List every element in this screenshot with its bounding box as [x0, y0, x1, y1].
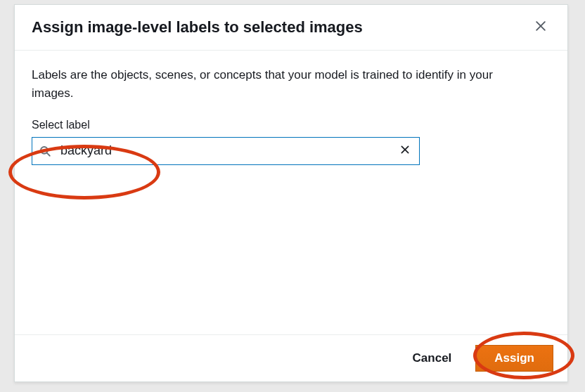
assign-button[interactable]: Assign [475, 345, 553, 372]
cancel-button[interactable]: Cancel [409, 346, 456, 371]
clear-input-button[interactable] [396, 142, 414, 160]
label-search-input[interactable] [32, 137, 420, 165]
modal-body: Labels are the objects, scenes, or conce… [15, 51, 567, 334]
modal-header: Assign image-level labels to selected im… [15, 5, 567, 51]
label-search-field [32, 137, 420, 165]
close-icon [534, 19, 548, 36]
assign-labels-modal: Assign image-level labels to selected im… [14, 4, 568, 382]
x-icon [399, 144, 411, 158]
close-button[interactable] [531, 18, 551, 37]
select-label-caption: Select label [32, 119, 551, 131]
modal-description: Labels are the objects, scenes, or conce… [32, 66, 538, 103]
modal-footer: Cancel Assign [15, 334, 567, 381]
modal-title: Assign image-level labels to selected im… [32, 18, 363, 37]
